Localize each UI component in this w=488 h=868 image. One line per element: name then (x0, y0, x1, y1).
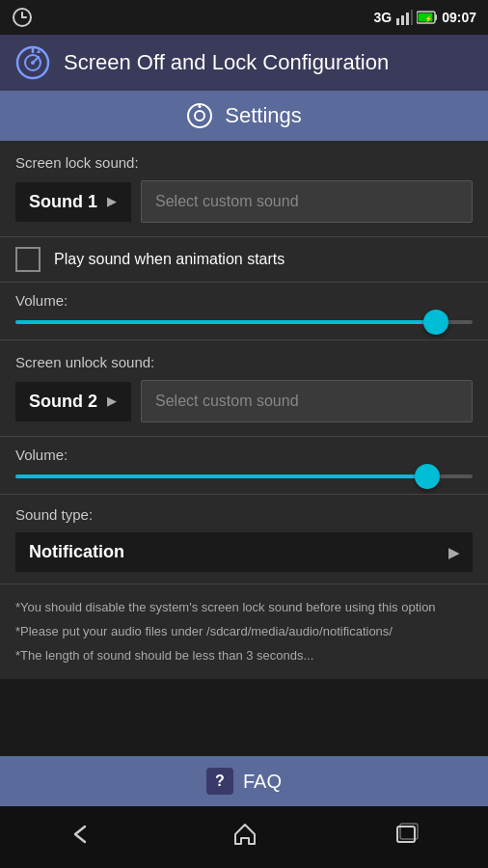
screen-unlock-label: Screen unlock sound: (15, 354, 473, 370)
lock-volume-thumb[interactable] (423, 310, 448, 335)
unlock-volume-section: Volume: (0, 437, 488, 495)
animation-checkbox[interactable] (15, 247, 41, 272)
svg-rect-2 (401, 15, 404, 25)
svg-rect-6 (435, 14, 437, 20)
app-title-bar: Screen Off and Lock Configuration (0, 35, 488, 91)
info-text-2: *Please put your audio files under /sdca… (15, 622, 473, 642)
settings-header: Settings (0, 91, 488, 141)
lock-custom-sound-input[interactable]: Select custom sound (141, 180, 473, 223)
info-text-3: *The length of sound should be less than… (15, 646, 473, 666)
status-bar: 3G ⚡ 09:07 (0, 0, 488, 35)
info-section: *You should disable the system's screen … (0, 584, 488, 679)
time-display: 09:07 (442, 10, 476, 25)
status-icons: 3G ⚡ 09:07 (374, 9, 477, 26)
screen-unlock-sound-section: Screen unlock sound: Sound 2 ▶ Select cu… (0, 340, 488, 437)
app-title: Screen Off and Lock Configuration (64, 50, 389, 75)
sound-type-dropdown[interactable]: Notification ▶ (15, 532, 473, 572)
battery-icon: ⚡ (417, 11, 438, 24)
unlock-sound-dropdown[interactable]: Sound 2 ▶ (15, 382, 131, 421)
recent-button[interactable] (393, 823, 420, 852)
unlock-sound-arrow: ▶ (107, 394, 116, 408)
lock-sound-arrow: ▶ (107, 195, 116, 208)
animation-checkbox-row[interactable]: Play sound when animation starts (0, 237, 488, 283)
sync-icon (12, 7, 33, 28)
nav-bar (0, 806, 488, 868)
lock-sound-row: Sound 1 ▶ Select custom sound (15, 180, 473, 223)
unlock-volume-thumb[interactable] (415, 464, 440, 489)
sound-type-arrow: ▶ (448, 545, 459, 560)
info-text-1: *You should disable the system's screen … (15, 598, 473, 618)
faq-label: FAQ (243, 771, 282, 793)
sound-type-value: Notification (29, 542, 124, 562)
status-left (12, 7, 33, 28)
unlock-volume-label: Volume: (15, 447, 473, 463)
main-content: Screen lock sound: Sound 1 ▶ Select cust… (0, 141, 488, 679)
lock-sound-dropdown[interactable]: Sound 1 ▶ (15, 182, 131, 222)
settings-icon (186, 102, 213, 129)
app-icon (15, 45, 50, 80)
unlock-volume-fill (15, 475, 427, 478)
lock-sound-value: Sound 1 (29, 192, 97, 212)
sound-type-label: Sound type: (15, 506, 473, 523)
settings-title: Settings (225, 103, 302, 128)
unlock-sound-value: Sound 2 (29, 392, 97, 412)
svg-rect-4 (411, 10, 413, 25)
lock-volume-fill (15, 320, 436, 324)
faq-bar[interactable]: ? FAQ (0, 756, 488, 806)
screen-lock-label: Screen lock sound: (15, 154, 473, 171)
home-button[interactable] (231, 821, 258, 854)
signal-icon (395, 9, 413, 26)
svg-rect-1 (396, 18, 399, 25)
faq-icon: ? (206, 768, 233, 795)
sound-type-section: Sound type: Notification ▶ (0, 495, 488, 584)
lock-volume-label: Volume: (15, 292, 473, 309)
unlock-custom-sound-input[interactable]: Select custom sound (141, 380, 473, 422)
screen-lock-sound-section: Screen lock sound: Sound 1 ▶ Select cust… (0, 141, 488, 237)
unlock-sound-row: Sound 2 ▶ Select custom sound (15, 380, 473, 422)
svg-point-15 (195, 111, 204, 121)
network-type: 3G (374, 10, 393, 25)
svg-text:⚡: ⚡ (424, 14, 433, 23)
animation-label: Play sound when animation starts (54, 251, 285, 268)
lock-volume-track[interactable] (15, 320, 473, 324)
svg-rect-3 (406, 13, 409, 25)
lock-volume-section: Volume: (0, 283, 488, 340)
back-button[interactable] (68, 823, 96, 852)
svg-line-13 (33, 57, 39, 63)
unlock-volume-track[interactable] (15, 475, 473, 478)
